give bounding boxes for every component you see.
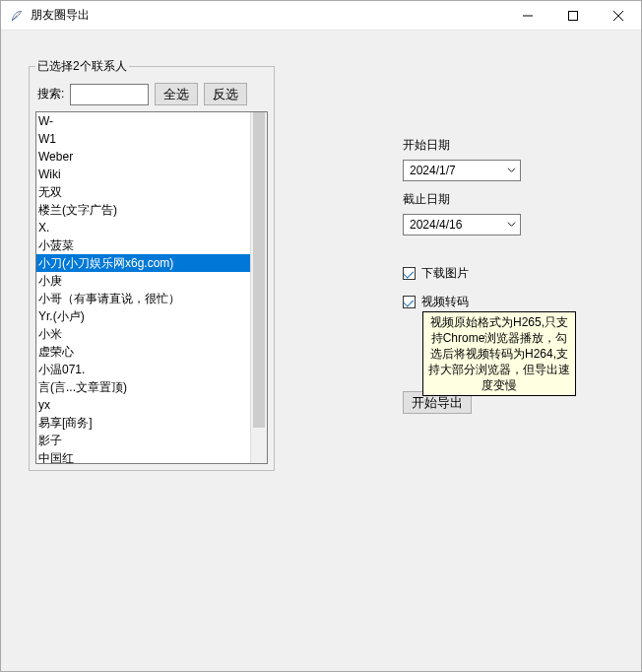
list-item[interactable]: Wiki: [36, 166, 267, 183]
list-item[interactable]: 小哥（有事请直说，很忙）: [36, 290, 267, 307]
end-date-label: 截止日期: [403, 191, 613, 208]
minimize-button[interactable]: [505, 1, 550, 30]
list-item[interactable]: W-: [36, 112, 267, 130]
contacts-legend: 已选择2个联系人: [35, 58, 129, 75]
start-date-label: 开始日期: [403, 137, 613, 154]
list-item[interactable]: 楼兰(文字广告): [36, 201, 267, 219]
window-controls: [505, 1, 641, 30]
options-panel: 开始日期 2024/1/7 截止日期 2024/4/16: [275, 58, 613, 651]
list-item[interactable]: 无双: [36, 183, 267, 201]
list-item[interactable]: 小菠菜: [36, 236, 267, 254]
scrollbar-thumb[interactable]: [253, 112, 265, 428]
list-item[interactable]: 小米: [36, 325, 267, 343]
video-transcode-checkbox[interactable]: [403, 296, 416, 308]
list-item[interactable]: 言(言...文章置顶): [36, 378, 267, 396]
invert-selection-button[interactable]: 反选: [204, 83, 247, 105]
list-item[interactable]: Yr.(小卢): [36, 307, 267, 325]
window-title: 朋友圈导出: [31, 7, 505, 24]
list-item[interactable]: 小庚: [36, 272, 267, 290]
list-item[interactable]: Weber: [36, 148, 267, 166]
scrollbar-vertical[interactable]: [250, 112, 267, 463]
close-button[interactable]: [596, 1, 641, 30]
video-transcode-tooltip: 视频原始格式为H265,只支持Chrome浏览器播放，勾选后将视频转码为H264…: [422, 311, 576, 396]
client-area: 已选择2个联系人 搜索: 全选 反选 W-W1WeberWiki无双楼兰(文字广…: [1, 31, 641, 671]
list-item[interactable]: 小刀(小刀娱乐网x6g.com): [36, 254, 267, 272]
list-item[interactable]: 小温071.: [36, 361, 267, 378]
download-images-checkbox[interactable]: [403, 267, 416, 280]
chevron-down-icon: [507, 164, 516, 177]
search-input[interactable]: [70, 84, 149, 105]
list-item[interactable]: 虚荣心: [36, 343, 267, 361]
start-date-value: 2024/1/7: [410, 164, 456, 177]
start-date-field: 开始日期 2024/1/7: [403, 137, 613, 181]
download-images-row: 下载图片: [403, 265, 613, 282]
end-date-value: 2024/4/16: [410, 218, 462, 232]
contacts-panel: 已选择2个联系人 搜索: 全选 反选 W-W1WeberWiki无双楼兰(文字广…: [29, 58, 275, 651]
svg-rect-1: [569, 11, 578, 20]
start-date-picker[interactable]: 2024/1/7: [403, 160, 521, 181]
list-item[interactable]: 中国红: [36, 449, 267, 464]
list-item[interactable]: W1: [36, 130, 267, 148]
contacts-group: 已选择2个联系人 搜索: 全选 反选 W-W1WeberWiki无双楼兰(文字广…: [29, 58, 275, 471]
chevron-down-icon: [507, 218, 516, 232]
select-all-button[interactable]: 全选: [155, 83, 198, 105]
list-item[interactable]: yx: [36, 396, 267, 414]
video-transcode-label: 视频转码: [421, 294, 469, 310]
contacts-items: W-W1WeberWiki无双楼兰(文字广告)X.小菠菜小刀(小刀娱乐网x6g.…: [36, 112, 267, 464]
list-item[interactable]: 易享[商务]: [36, 414, 267, 432]
end-date-picker[interactable]: 2024/4/16: [403, 214, 521, 235]
video-transcode-row: 视频转码 视频原始格式为H265,只支持Chrome浏览器播放，勾选后将视频转码…: [403, 294, 613, 310]
search-label: 搜索:: [37, 86, 64, 102]
app-window: 朋友圈导出 已选择2个联系人 搜索: 全选 反选: [0, 0, 642, 672]
title-bar: 朋友圈导出: [1, 1, 641, 31]
download-images-label: 下载图片: [421, 265, 469, 282]
end-date-field: 截止日期 2024/4/16: [403, 191, 613, 235]
app-feather-icon: [9, 8, 25, 24]
list-item[interactable]: X.: [36, 219, 267, 236]
maximize-button[interactable]: [550, 1, 596, 30]
list-item[interactable]: 影子: [36, 432, 267, 449]
contacts-listbox[interactable]: W-W1WeberWiki无双楼兰(文字广告)X.小菠菜小刀(小刀娱乐网x6g.…: [35, 111, 268, 464]
search-row: 搜索: 全选 反选: [35, 79, 268, 111]
